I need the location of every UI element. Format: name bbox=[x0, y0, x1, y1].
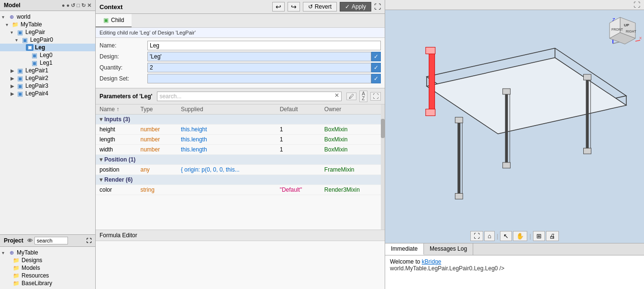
tree-item-legpair4[interactable]: ▶ ▣ LegPair4 bbox=[0, 90, 95, 97]
design-set-input[interactable] bbox=[147, 74, 371, 83]
table-scrollbar[interactable] bbox=[381, 104, 385, 230]
cell-name-position: position bbox=[96, 165, 136, 175]
model-icon-redo[interactable]: ↻ bbox=[81, 2, 86, 9]
svg-text:UP: UP bbox=[624, 23, 630, 27]
project-search-area bbox=[34, 237, 84, 244]
tree-item-mytable[interactable]: ▾ 📁 MyTable bbox=[0, 21, 95, 28]
proj-tree-item-mytable[interactable]: ▾ ⊕ MyTable bbox=[0, 249, 95, 256]
section-render-arrow: ▾ bbox=[100, 176, 102, 183]
model-icon-save[interactable]: □ bbox=[77, 2, 80, 9]
tree-item-legpair1[interactable]: ▶ ▣ LegPair1 bbox=[0, 67, 95, 74]
tree-item-legpair[interactable]: ▾ ▣ LegPair bbox=[0, 28, 95, 36]
quantity-check-button[interactable]: ✓ bbox=[371, 63, 381, 72]
cell-default-width: 1 bbox=[276, 145, 321, 155]
arrow-legpair0: ▾ bbox=[15, 37, 21, 43]
world-icon: ⊕ bbox=[8, 13, 15, 20]
cell-supplied-length: this.length bbox=[177, 135, 276, 145]
undo-button[interactable]: ↩ bbox=[272, 2, 285, 12]
tab-child[interactable]: ▣ Child bbox=[96, 14, 132, 27]
model-icon-refresh[interactable]: ↺ bbox=[71, 2, 75, 9]
design-icon-leg0: ▣ bbox=[31, 52, 38, 58]
revert-button[interactable]: ↺ Revert bbox=[303, 2, 337, 12]
params-search-input[interactable] bbox=[157, 92, 333, 101]
viewport-ctrl-fit[interactable]: ⛶ bbox=[470, 231, 483, 241]
cell-owner-color: Render3Mixin bbox=[321, 185, 385, 195]
tree-item-legpair3[interactable]: ▶ ▣ LegPair3 bbox=[0, 82, 95, 90]
viewport-ctrl-grid[interactable]: ⊞ bbox=[533, 231, 545, 241]
viewport-panel: ⛶ bbox=[385, 0, 644, 289]
tree-label-legpair0: LegPair0 bbox=[30, 36, 53, 43]
arrow-legpair2: ▶ bbox=[11, 76, 16, 81]
design-check-button[interactable]: ✓ bbox=[371, 52, 381, 61]
name-input[interactable] bbox=[147, 41, 381, 50]
search-clear-icon[interactable]: ✕ bbox=[333, 92, 341, 101]
viewport-expand-icon[interactable]: ⛶ bbox=[633, 1, 640, 9]
svg-rect-13 bbox=[503, 89, 511, 94]
tree-label-legpair3: LegPair3 bbox=[25, 82, 48, 89]
console-tab-immediate[interactable]: Immediate bbox=[385, 243, 424, 255]
cell-default-color: "Default" bbox=[276, 185, 321, 195]
params-expand-icon[interactable]: ⛶ bbox=[370, 92, 381, 101]
viewport-ctrl-select[interactable]: ↖ bbox=[500, 231, 512, 241]
expand-icon[interactable]: ⛶ bbox=[374, 3, 381, 11]
project-search-input[interactable] bbox=[34, 237, 68, 244]
tree-item-legpair2[interactable]: ▶ ▣ LegPair2 bbox=[0, 74, 95, 82]
console-tabs: Immediate Messages Log bbox=[385, 243, 644, 255]
tree-item-legpair0[interactable]: ▾ ▣ LegPair0 bbox=[0, 36, 95, 44]
tree-item-leg1[interactable]: ▣ Leg1 bbox=[0, 59, 95, 67]
viewport-3d[interactable]: Z UP FRONT RIGHT X bbox=[385, 10, 644, 229]
model-icon-1[interactable]: ● bbox=[62, 2, 65, 9]
viewport-ctrl-print[interactable]: 🖨 bbox=[546, 231, 559, 241]
params-title: Parameters of 'Leg' bbox=[100, 93, 152, 100]
cell-name-width: width bbox=[96, 145, 136, 155]
cell-name-height: height bbox=[96, 125, 136, 135]
project-expand-icon[interactable]: ⛶ bbox=[86, 238, 91, 243]
viewport-ctrl-home[interactable]: ⌂ bbox=[484, 231, 495, 241]
tree-label-legpair2: LegPair2 bbox=[25, 75, 48, 81]
table-row: position any { origin: p(0, 0, 0, this..… bbox=[96, 165, 385, 175]
section-render[interactable]: ▾Render (6) bbox=[96, 175, 385, 185]
tree-item-world[interactable]: ▾ ⊕ world bbox=[0, 13, 95, 21]
formula-editor-body[interactable] bbox=[96, 241, 385, 289]
section-inputs[interactable]: ▾Inputs (3) bbox=[96, 115, 385, 125]
model-icon-close[interactable]: ✕ bbox=[87, 2, 91, 9]
proj-tree-item-models[interactable]: 📁 Models bbox=[0, 264, 95, 272]
project-icon-eye[interactable]: 👁 bbox=[27, 238, 33, 243]
console-prompt: world.MyTable.LegPair.LegPair0.Leg.Leg0 … bbox=[390, 265, 504, 272]
params-sort-icon[interactable]: 🖊 bbox=[346, 92, 356, 100]
redo-button[interactable]: ↪ bbox=[288, 2, 300, 12]
console-tab-messages[interactable]: Messages Log bbox=[424, 243, 473, 255]
console-link-kbridge[interactable]: kBridge bbox=[422, 258, 441, 265]
viewport-ctrl-pan[interactable]: ✋ bbox=[513, 231, 527, 241]
section-inputs-label: Inputs (3) bbox=[104, 116, 130, 123]
params-az-icon[interactable]: AZ bbox=[359, 91, 367, 102]
console-body[interactable]: Welcome to kBridge world.MyTable.LegPair… bbox=[385, 255, 644, 289]
apply-button[interactable]: ✓ Apply bbox=[340, 2, 371, 12]
design-input[interactable] bbox=[147, 52, 371, 61]
design-input-group: ✓ bbox=[147, 52, 381, 61]
tree-item-leg[interactable]: ▣ Leg bbox=[0, 44, 95, 51]
section-position[interactable]: ▾Position (1) bbox=[96, 155, 385, 165]
arrow-mytable: ▾ bbox=[6, 22, 11, 27]
design-icon-legpair3: ▣ bbox=[16, 82, 24, 89]
design-icon-legpair4: ▣ bbox=[16, 90, 24, 97]
model-title: Model bbox=[4, 2, 21, 9]
folder-icon-mytable: 📁 bbox=[11, 21, 19, 28]
quantity-input[interactable] bbox=[147, 63, 371, 72]
form-row-name: Name: bbox=[100, 41, 381, 50]
quantity-input-group: ✓ bbox=[147, 63, 381, 72]
arrow-legpair3: ▶ bbox=[11, 83, 16, 89]
model-icon-2[interactable]: ● bbox=[67, 2, 70, 9]
context-panel-title: Context bbox=[100, 3, 122, 11]
proj-tree-item-baselibrary[interactable]: 📁 BaseLibrary bbox=[0, 279, 95, 287]
design-set-check-button[interactable]: ✓ bbox=[371, 74, 381, 83]
leg-icon: ▣ bbox=[26, 44, 33, 51]
tree-item-leg0[interactable]: ▣ Leg0 bbox=[0, 51, 95, 59]
proj-tree-item-designs[interactable]: 📁 Designs bbox=[0, 256, 95, 264]
cell-supplied-height: this.height bbox=[177, 125, 276, 135]
project-title: Project bbox=[4, 237, 23, 244]
apply-icon: ✓ bbox=[345, 3, 350, 10]
proj-tree-item-resources[interactable]: 📁 Resources bbox=[0, 272, 95, 279]
cell-supplied-width: this.length bbox=[177, 145, 276, 155]
table-row: color string "Default" Render3Mixin bbox=[96, 185, 385, 195]
